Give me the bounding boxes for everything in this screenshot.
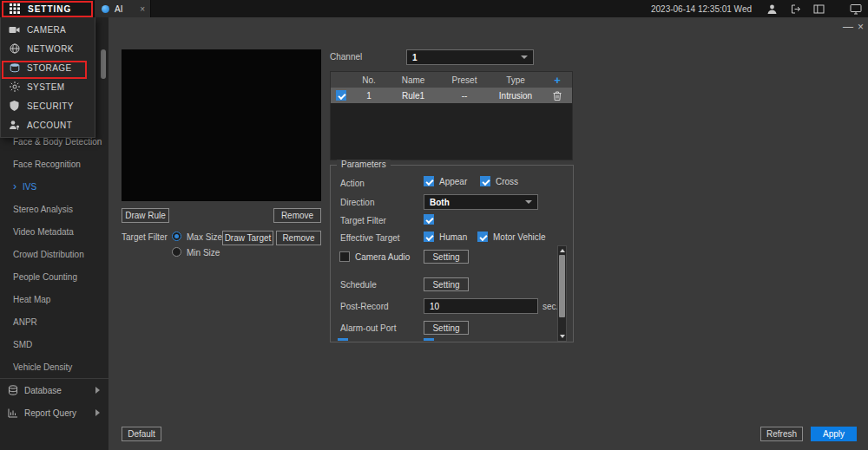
shield-icon — [9, 101, 20, 112]
settings-menu-item-account[interactable]: ACCOUNT — [1, 115, 95, 134]
table-row[interactable]: 1 Rule1 -- Intrusion — [331, 88, 572, 103]
sidebar-item-face-recognition[interactable]: Face Recognition — [0, 153, 108, 175]
appear-label: Appear — [439, 177, 467, 186]
trash-icon[interactable] — [552, 90, 562, 101]
schedule-setting-button[interactable]: Setting — [424, 277, 469, 291]
target-filter-checkbox[interactable] — [424, 214, 434, 225]
settings-dropdown-menu: CAMERA NETWORK STORAGE SYSTEM SECURITY — [0, 17, 95, 138]
settings-menu-item-label: SECURITY — [27, 101, 74, 111]
sidebar-item-ivs[interactable]: IVS — [0, 175, 108, 198]
target-filter-param-label: Target Filter — [340, 216, 386, 225]
settings-menu-item-label: NETWORK — [27, 44, 74, 54]
settings-menu-item-network[interactable]: NETWORK — [1, 39, 95, 58]
header-no: No. — [352, 75, 386, 85]
action-appear-option[interactable]: Appear — [424, 176, 467, 186]
motor-vehicle-label: Motor Vehicle — [493, 232, 546, 242]
network-icon — [9, 43, 20, 55]
rules-table: No. Name Preset Type + 1 Rule1 -- Intrus… — [330, 71, 573, 160]
human-checkbox[interactable] — [424, 232, 434, 242]
sidebar-item-stereo-analysis[interactable]: Stereo Analysis — [0, 198, 108, 220]
tab-close-icon[interactable]: × — [135, 4, 150, 14]
panel-icon[interactable] — [812, 2, 825, 16]
appear-checkbox[interactable] — [424, 176, 434, 186]
clipped-checkbox-fragment — [424, 338, 434, 341]
header-type: Type — [489, 75, 542, 85]
action-label: Action — [340, 179, 365, 188]
expand-arrow-icon — [95, 409, 100, 416]
max-size-radio[interactable] — [172, 232, 181, 241]
direction-select[interactable]: Both — [424, 194, 538, 210]
post-record-input[interactable] — [424, 298, 538, 314]
header-preset: Preset — [440, 75, 489, 85]
rule-name: Rule1 — [386, 91, 440, 101]
channel-select[interactable]: 1 — [406, 49, 534, 65]
camera-audio-option[interactable]: Camera Audio — [339, 251, 410, 262]
close-button[interactable]: × — [858, 22, 864, 32]
sidebar-item-crowd-distribution[interactable]: Crowd Distribution — [0, 243, 108, 265]
action-cross-option[interactable]: Cross — [480, 176, 518, 186]
settings-menu-item-storage[interactable]: STORAGE — [1, 58, 95, 77]
apply-button[interactable]: Apply — [811, 427, 857, 441]
settings-menu-item-label: STORAGE — [27, 63, 72, 73]
draw-rule-button[interactable]: Draw Rule — [122, 208, 169, 223]
display-icon[interactable] — [849, 2, 863, 16]
parameters-scrollbar[interactable] — [557, 245, 567, 342]
cross-checkbox[interactable] — [480, 176, 490, 186]
settings-menu-item-security[interactable]: SECURITY — [1, 96, 95, 115]
sidebar-item-label: IVS — [23, 182, 36, 192]
effective-motor-vehicle-option[interactable]: Motor Vehicle — [477, 232, 546, 242]
default-button[interactable]: Default — [122, 427, 161, 441]
settings-menu-item-camera[interactable]: CAMERA — [1, 20, 95, 39]
alarm-out-setting-button[interactable]: Setting — [424, 321, 469, 335]
clipped-checkbox-fragment — [338, 338, 348, 341]
effective-human-option[interactable]: Human — [424, 232, 467, 242]
sidebar-item-anpr[interactable]: ANPR — [0, 310, 108, 333]
min-size-radio[interactable] — [172, 247, 181, 257]
sidebar-scrollbar-thumb[interactable] — [101, 49, 106, 79]
scroll-up-icon[interactable] — [560, 249, 565, 252]
rules-table-empty-area — [331, 103, 572, 160]
settings-menu-item-label: ACCOUNT — [27, 121, 72, 130]
sidebar-item-video-metadata[interactable]: Video Metadata — [0, 220, 108, 243]
parameters-title: Parameters — [337, 160, 391, 169]
tab-ai[interactable]: AI × — [94, 0, 151, 17]
target-filter-label: Target Filter — [122, 232, 168, 242]
refresh-button[interactable]: Refresh — [760, 427, 803, 441]
video-preview[interactable] — [122, 49, 321, 201]
direction-label: Direction — [340, 198, 374, 207]
sidebar-item-label: ANPR — [13, 317, 37, 327]
sidebar-item-smd[interactable]: SMD — [0, 333, 108, 355]
max-size-label: Max Size — [187, 232, 222, 242]
camera-audio-checkbox[interactable] — [339, 251, 350, 262]
main-menu-button[interactable]: SETTING — [0, 0, 83, 17]
human-label: Human — [439, 232, 467, 242]
scrollbar-thumb[interactable] — [559, 255, 565, 317]
sidebar-item-report-query[interactable]: Report Query — [0, 401, 108, 424]
motor-vehicle-checkbox[interactable] — [477, 232, 488, 242]
camera-audio-setting-button[interactable]: Setting — [424, 250, 469, 264]
sidebar-item-people-counting[interactable]: People Counting — [0, 265, 108, 288]
rule-preset: -- — [440, 91, 489, 101]
parameters-group: Parameters Action Appear Cross Direction… — [330, 165, 574, 342]
channel-label: Channel — [330, 52, 362, 62]
ai-tab-icon — [102, 5, 109, 13]
report-query-icon — [7, 408, 18, 419]
user-icon[interactable] — [765, 2, 779, 16]
settings-menu-item-system[interactable]: SYSTEM — [1, 77, 95, 96]
sidebar-item-database[interactable]: Database — [0, 378, 108, 401]
sidebar-item-label: Video Metadata — [13, 227, 74, 237]
scroll-down-icon[interactable] — [560, 335, 565, 338]
settings-menu-item-label: CAMERA — [27, 25, 66, 35]
sidebar-item-heat-map[interactable]: Heat Map — [0, 288, 108, 310]
rule-no: 1 — [352, 91, 386, 101]
add-rule-button[interactable]: + — [554, 74, 561, 87]
sidebar-item-vehicle-density[interactable]: Vehicle Density — [0, 355, 108, 378]
remove-rule-button[interactable]: Remove — [273, 208, 321, 223]
logout-icon[interactable] — [788, 2, 802, 16]
minimize-button[interactable]: — — [843, 22, 853, 32]
remove-target-button[interactable]: Remove — [276, 231, 321, 245]
sidebar-item-label: People Counting — [13, 272, 77, 282]
chevron-down-icon — [521, 55, 528, 59]
rule-checkbox[interactable] — [336, 90, 346, 101]
draw-target-button[interactable]: Draw Target — [222, 231, 273, 245]
